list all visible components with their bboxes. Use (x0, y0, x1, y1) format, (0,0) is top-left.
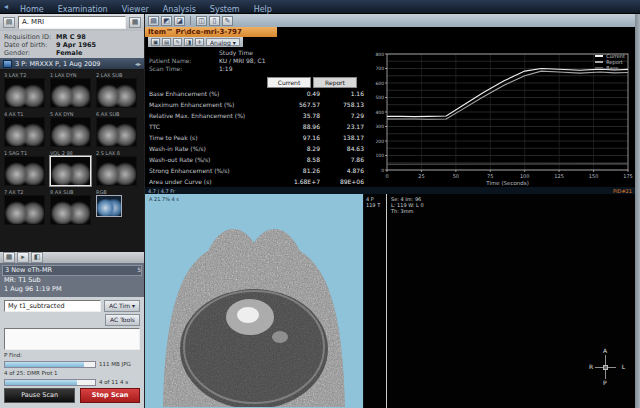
folder-open-icon[interactable]: ▤ (148, 16, 159, 26)
thumbnail-image (50, 117, 91, 147)
thumbnail-item-color[interactable]: RGB (96, 189, 137, 225)
report-info-row: Scan Time:1:19 (149, 65, 368, 73)
report-icon[interactable]: ▤ (162, 38, 171, 46)
layout-icon[interactable]: ◫ (196, 16, 207, 26)
thumbnail-item[interactable]: 7 AX T2 (4, 189, 45, 225)
thumbnail-item[interactable]: 8 AX SUB (50, 189, 91, 225)
tag-icon[interactable]: ◧ (31, 252, 43, 263)
series-selector[interactable]: 3 P: MRXXX P, 1 Aug 2009 ◂▸ (0, 58, 144, 69)
thumbnail-image (4, 195, 45, 225)
current-value: 88.96 (280, 123, 324, 130)
pause-scan-button[interactable]: Pause Scan (4, 388, 75, 403)
grid-icon[interactable]: ▦ (3, 252, 15, 263)
patient-card-icon: ▤ (3, 17, 15, 28)
menu-item-examination[interactable]: Examination (51, 5, 115, 14)
play-icon[interactable]: ▸ (17, 252, 29, 263)
table-column-current[interactable]: Current (267, 77, 311, 88)
selected-study-title[interactable]: Item™ Pr\dce-mri-3-797 (145, 27, 277, 37)
patient-info-row: Gender:Female (4, 49, 140, 57)
frame-rate-label: 4.7 | 4.7 Fr (148, 188, 175, 194)
mr-image-viewport[interactable]: A 21.7% 4 s (145, 194, 363, 408)
thumbnail-image (4, 117, 45, 147)
legend-label: Base (606, 65, 618, 71)
browse-patients-icon[interactable]: ▦ (129, 17, 141, 28)
report-info-row: Patient Name:KU / MRI 98, C1 (149, 57, 368, 65)
parameter-label: Strong Enhancement (%/s) (149, 167, 280, 174)
patient-field-value: MR C 98 (56, 33, 86, 41)
pid-label: PID#21 (613, 188, 632, 194)
progress1-status: 111 MB JPG (99, 361, 131, 367)
window-scrollbar[interactable] (635, 14, 640, 408)
patient-search-input[interactable]: A. MRI (18, 16, 126, 29)
import-icon[interactable]: ◩ (161, 16, 172, 26)
result-listbox[interactable] (4, 328, 140, 350)
menu-item-help[interactable]: Help (247, 5, 279, 14)
progress1-bar (4, 361, 96, 368)
orientation-compass: A P R L (593, 348, 619, 386)
series-scroll-arrows[interactable]: ◂▸ (135, 60, 141, 67)
edge-overlay-line: 119 T (366, 202, 380, 208)
report-value: 7.86 (324, 156, 368, 163)
svg-text:200: 200 (375, 139, 384, 144)
current-value: 81.26 (280, 167, 324, 174)
menu-item-home[interactable]: Home (13, 5, 51, 14)
analysis-mode-dropdown[interactable]: Analog ▾ (206, 38, 240, 46)
patient-field-label: Gender: (4, 49, 56, 57)
menu-item-analysis[interactable]: Analysis (156, 5, 203, 14)
table-row: Time to Peak (s)97.16138.17 (149, 132, 368, 143)
preset-input[interactable]: My t1_subtracted (4, 300, 101, 312)
report-info-label: Patient Name: (149, 57, 219, 65)
pencil-icon[interactable]: ✎ (222, 16, 233, 26)
table-row: Area under Curve (s)1.68E+789E+06 (149, 176, 368, 187)
table-row: TTC88.9623.17 (149, 121, 368, 132)
contrast-icon[interactable]: ◨ (184, 38, 193, 46)
thumbnail-image (4, 78, 45, 108)
thumbnail-item[interactable]: 4 AX T1 (4, 111, 45, 147)
dicom-overlay-text: Se: 4 Im: 96L: 119 W: L 0Th: 3mm (391, 196, 424, 214)
thumbnail-item[interactable]: 5 AX DYN (50, 111, 91, 147)
parameter-label: Time to Peak (s) (149, 134, 280, 141)
edit-icon[interactable]: ✎ (173, 38, 182, 46)
report-value: 138.17 (324, 134, 368, 141)
legend-entry: Base (595, 65, 625, 71)
thumbnail-item[interactable]: 1 LAX DYN (50, 72, 91, 108)
parameter-label: Maximum Enhancement (%) (149, 101, 280, 108)
ac-tools-button[interactable]: AC Tools (105, 314, 140, 326)
table-row: Strong Enhancement (%/s)81.264.876 (149, 165, 368, 176)
svg-text:150: 150 (589, 173, 599, 179)
selected-series-info[interactable]: 3 New eTh-MRMR: T1 Sub1 Aug 96 1:19 PM 5 (0, 263, 144, 297)
svg-text:75: 75 (487, 173, 493, 179)
export-icon[interactable]: ◪ (174, 16, 185, 26)
secondary-viewport[interactable]: 4 P119 T Se: 4 Im: 96L: 119 W: L 0Th: 3m… (363, 194, 635, 408)
thumbnail-item[interactable]: 1 SAG T1 (4, 150, 45, 186)
menu-item-system[interactable]: System (203, 5, 247, 14)
stop-scan-button[interactable]: Stop Scan (80, 388, 140, 403)
report-value: 84.63 (324, 145, 368, 152)
current-value: 35.78 (280, 112, 324, 119)
patient-sidebar: ▤ A. MRI ▦ Requisition ID:MR C 98Date of… (0, 14, 145, 408)
clipboard-icon[interactable]: ▯ (209, 16, 220, 26)
crosshair-icon[interactable]: ✛ (195, 38, 204, 46)
thumbnail-item[interactable]: 6 AX SUB (96, 111, 137, 147)
menu-item-viewer[interactable]: Viewer (115, 5, 156, 14)
study-title-row: Item™ Pr\dce-mri-3-797 (145, 27, 635, 37)
thumbnail-item[interactable]: VOL 2 98 (50, 150, 91, 186)
svg-text:800: 800 (375, 52, 384, 57)
sidebar-toolbar: ▦▸◧ (0, 252, 144, 263)
analysis-workspace: ▤◩◪◫▯✎ Item™ Pr\dce-mri-3-797 ▣▤✎◨✛Analo… (145, 14, 640, 408)
svg-text:50: 50 (453, 173, 459, 179)
thumbnail-item[interactable]: 3 LAX T2 (4, 72, 45, 108)
kinetics-report-panel: Study Time Patient Name:KU / MRI 98, C1S… (145, 47, 372, 187)
progress2-label: 4 of 25: DMR Prot 1 (4, 370, 140, 377)
viewport-splitter[interactable] (386, 194, 387, 408)
svg-text:400: 400 (375, 110, 384, 115)
table-column-report[interactable]: Report (313, 77, 357, 88)
table-row: Maximum Enhancement (%)567.57758.13 (149, 99, 368, 110)
thumbnail-item[interactable]: 2 S LAX 8 (96, 150, 137, 186)
ac-time-combo[interactable]: AC Tim ▾ (104, 300, 140, 312)
patient-search-row: ▤ A. MRI ▦ (0, 14, 144, 31)
thumbnail-item[interactable]: 2 LAX SUB (96, 72, 137, 108)
series-info-line: 3 New eTh-MR (2, 265, 142, 276)
report-value: 7.29 (324, 112, 368, 119)
save-icon[interactable]: ▣ (151, 38, 160, 46)
